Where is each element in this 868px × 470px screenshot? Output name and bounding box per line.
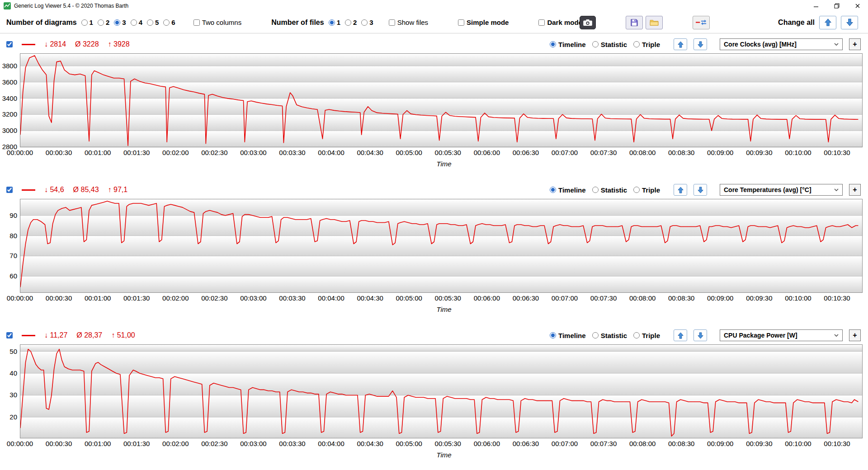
y-tick-label: 3800 bbox=[2, 61, 17, 69]
diagram-count-option-5[interactable]: 5 bbox=[147, 19, 159, 26]
triple-radio[interactable] bbox=[633, 41, 640, 47]
chart-plot[interactable] bbox=[20, 344, 863, 438]
series-visible-checkbox[interactable] bbox=[6, 187, 13, 193]
x-tick-label: 00:08:30 bbox=[668, 294, 694, 302]
statistic-radio[interactable] bbox=[592, 332, 599, 338]
add-metric-button[interactable]: + bbox=[849, 184, 861, 196]
chevron-down-icon bbox=[834, 43, 839, 46]
x-tick-label: 00:05:00 bbox=[396, 149, 422, 156]
simple-mode-input[interactable] bbox=[458, 19, 464, 26]
open-folder-button[interactable] bbox=[646, 16, 663, 29]
add-metric-button[interactable]: + bbox=[849, 38, 861, 50]
series-visible-checkbox[interactable] bbox=[6, 41, 13, 47]
two-columns-checkbox[interactable]: Two columns bbox=[193, 19, 242, 26]
x-tick-label: 00:10:30 bbox=[824, 149, 850, 156]
dark-mode-input[interactable] bbox=[538, 19, 545, 26]
screenshot-button[interactable] bbox=[580, 16, 596, 29]
diagram-count-radio-2[interactable] bbox=[98, 19, 104, 26]
metric-select[interactable]: CPU Package Power [W] bbox=[720, 329, 843, 341]
move-down-button[interactable] bbox=[693, 329, 707, 341]
change-all-down-button[interactable] bbox=[841, 16, 858, 29]
file-count-radios: 123 bbox=[329, 19, 373, 26]
show-files-checkbox[interactable]: Show files bbox=[389, 19, 428, 26]
diagram-count-option-6[interactable]: 6 bbox=[163, 19, 175, 26]
change-all-up-button[interactable] bbox=[819, 16, 836, 29]
series-color-swatch bbox=[22, 335, 35, 336]
two-columns-input[interactable] bbox=[193, 19, 200, 26]
diagram-count-option-4[interactable]: 4 bbox=[131, 19, 142, 26]
add-metric-button[interactable]: + bbox=[849, 329, 861, 341]
mode-statistic[interactable]: Statistic bbox=[592, 332, 627, 339]
restore-button[interactable] bbox=[826, 0, 847, 12]
x-tick-label: 00:05:30 bbox=[435, 294, 461, 302]
file-count-radio-3[interactable] bbox=[361, 19, 368, 26]
y-tick-label: 20 bbox=[9, 413, 17, 420]
timeline-radio[interactable] bbox=[550, 187, 556, 193]
x-tick-label: 00:05:30 bbox=[435, 440, 461, 447]
chart-panel-3: ↓ 11,27 Ø 28,37 ↑ 51,00 Timeline Statist… bbox=[0, 324, 868, 470]
minimize-button[interactable] bbox=[806, 0, 826, 12]
x-tick-label: 00:00:00 bbox=[7, 440, 33, 447]
metric-select[interactable]: Core Temperatures (avg) [°C] bbox=[720, 184, 843, 196]
diagram-count-radio-4[interactable] bbox=[131, 19, 137, 26]
diagram-count-radio-1[interactable] bbox=[81, 19, 88, 26]
file-count-radio-2[interactable] bbox=[345, 19, 351, 26]
x-tick-label: 00:10:30 bbox=[824, 440, 850, 447]
move-down-button[interactable] bbox=[693, 38, 707, 50]
move-up-button[interactable] bbox=[674, 329, 687, 341]
arrow-down-icon bbox=[846, 19, 854, 26]
x-tick-label: 00:02:30 bbox=[201, 149, 227, 156]
x-tick-label: 00:10:00 bbox=[785, 149, 811, 156]
save-button[interactable] bbox=[626, 16, 643, 29]
statistic-radio[interactable] bbox=[592, 187, 599, 193]
chart-canvas[interactable] bbox=[20, 345, 862, 438]
diagram-count-option-2[interactable]: 2 bbox=[98, 19, 109, 26]
diagram-count-radio-5[interactable] bbox=[147, 19, 153, 26]
simple-mode-checkbox[interactable]: Simple mode bbox=[458, 19, 509, 26]
diagram-count-label-4: 4 bbox=[139, 19, 142, 26]
x-tick-label: 00:04:00 bbox=[318, 440, 344, 447]
diagram-count-radio-3[interactable] bbox=[114, 19, 120, 26]
chart-plot[interactable] bbox=[20, 199, 863, 293]
series-visible-checkbox[interactable] bbox=[6, 332, 13, 338]
timeline-radio[interactable] bbox=[550, 41, 556, 47]
move-up-button[interactable] bbox=[674, 184, 687, 196]
triple-radio[interactable] bbox=[633, 332, 640, 338]
file-count-option-3[interactable]: 3 bbox=[361, 19, 373, 26]
reset-zoom-button[interactable] bbox=[693, 16, 710, 29]
timeline-label: Timeline bbox=[558, 41, 586, 48]
metric-select[interactable]: Core Clocks (avg) [MHz] bbox=[720, 38, 843, 50]
chart-plot[interactable] bbox=[20, 53, 863, 147]
diagram-count-label-1: 1 bbox=[90, 19, 93, 26]
mode-timeline[interactable]: Timeline bbox=[550, 186, 586, 194]
chart-panel-1: ↓ 2814 Ø 3228 ↑ 3928 Timeline Statistic … bbox=[0, 33, 868, 179]
chart-canvas[interactable] bbox=[20, 199, 862, 292]
diagram-count-option-3[interactable]: 3 bbox=[114, 19, 126, 26]
diagram-count-option-1[interactable]: 1 bbox=[81, 19, 93, 26]
mode-triple[interactable]: Triple bbox=[633, 41, 660, 48]
move-down-button[interactable] bbox=[693, 184, 707, 196]
dark-mode-checkbox[interactable]: Dark mode bbox=[538, 19, 582, 26]
chart-canvas[interactable] bbox=[20, 54, 862, 147]
triple-radio[interactable] bbox=[633, 187, 640, 193]
statistic-radio[interactable] bbox=[592, 41, 599, 47]
move-up-button[interactable] bbox=[674, 38, 687, 50]
diagram-count-radio-6[interactable] bbox=[163, 19, 170, 26]
titlebar: Generic Log Viewer 5.4 - © 2020 Thomas B… bbox=[0, 0, 868, 12]
x-tick-label: 00:03:00 bbox=[240, 440, 266, 447]
file-count-option-2[interactable]: 2 bbox=[345, 19, 357, 26]
timeline-radio[interactable] bbox=[550, 332, 556, 338]
file-count-option-1[interactable]: 1 bbox=[329, 19, 340, 26]
mode-triple[interactable]: Triple bbox=[633, 332, 660, 339]
x-axis-labels: 00:00:0000:00:3000:01:0000:01:3000:02:00… bbox=[20, 294, 863, 304]
file-count-radio-1[interactable] bbox=[329, 19, 335, 26]
mode-timeline[interactable]: Timeline bbox=[550, 332, 586, 339]
mode-statistic[interactable]: Statistic bbox=[592, 41, 627, 48]
mode-triple[interactable]: Triple bbox=[633, 186, 660, 194]
mode-timeline[interactable]: Timeline bbox=[550, 41, 586, 48]
mode-statistic[interactable]: Statistic bbox=[592, 186, 627, 194]
show-files-input[interactable] bbox=[389, 19, 395, 26]
x-tick-label: 00:01:30 bbox=[123, 149, 150, 156]
close-button[interactable] bbox=[847, 0, 868, 12]
x-tick-label: 00:06:30 bbox=[513, 294, 539, 302]
